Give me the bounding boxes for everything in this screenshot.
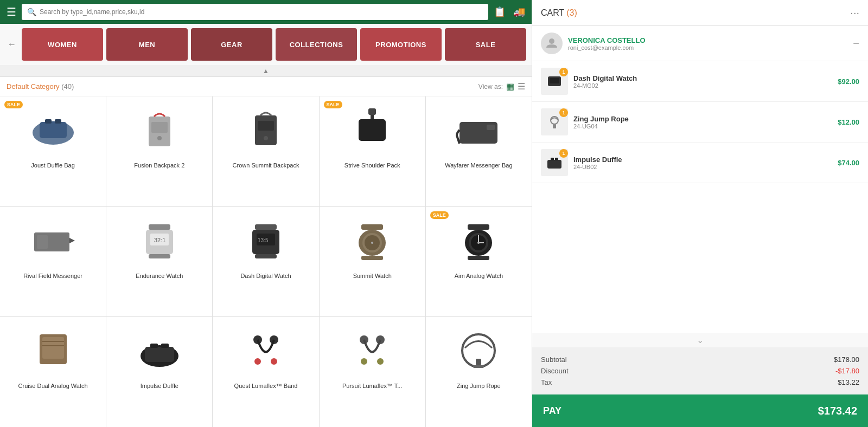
product-card[interactable]: 32:1 Endurance Watch bbox=[106, 207, 212, 317]
tax-value: $13.22 bbox=[838, 378, 859, 386]
cart-options-icon[interactable]: ··· bbox=[850, 7, 859, 19]
svg-rect-32 bbox=[468, 224, 489, 230]
svg-rect-64 bbox=[547, 160, 561, 169]
truck-icon[interactable]: 🚚 bbox=[513, 6, 525, 18]
product-name: Cruise Dual Analog Watch bbox=[18, 382, 88, 390]
svg-rect-10 bbox=[359, 119, 386, 141]
product-name: Quest Lumaflex™ Band bbox=[234, 382, 298, 390]
svg-rect-3 bbox=[55, 119, 61, 124]
product-card[interactable]: Wayfarer Messenger Bag bbox=[426, 96, 532, 206]
item-price: $12.00 bbox=[838, 118, 859, 126]
product-card[interactable]: SALE Joust Duffle Bag bbox=[0, 96, 106, 206]
nav-promotions[interactable]: PROMOTIONS bbox=[360, 28, 442, 61]
svg-rect-47 bbox=[161, 344, 169, 348]
svg-point-51 bbox=[271, 358, 277, 365]
product-card[interactable]: Zing Jump Rope bbox=[426, 317, 532, 427]
svg-rect-2 bbox=[45, 119, 52, 124]
product-image bbox=[132, 103, 187, 157]
product-card[interactable]: SALE Strive Shoulder Pack bbox=[320, 96, 425, 206]
svg-text:13:5: 13:5 bbox=[258, 237, 269, 243]
svg-point-59 bbox=[549, 38, 554, 44]
view-as-label: View as: bbox=[478, 83, 503, 90]
cart-item[interactable]: 1 Zing Jump Rope 24-UG04 $12.00 bbox=[532, 102, 868, 143]
product-card[interactable]: Pursuit Lumaflex™ T... bbox=[320, 317, 425, 427]
cart-item[interactable]: 1 Dash Digital Watch 24-MG02 $92.00 bbox=[532, 61, 868, 102]
svg-rect-5 bbox=[151, 122, 168, 133]
product-image bbox=[26, 324, 80, 378]
grid-view-button[interactable]: ▦ bbox=[506, 81, 514, 92]
tax-row: Tax $13.22 bbox=[541, 377, 859, 388]
category-title: Default Category (40) bbox=[7, 82, 74, 90]
svg-rect-31 bbox=[361, 256, 383, 260]
sale-badge: SALE bbox=[324, 101, 342, 108]
svg-rect-15 bbox=[37, 235, 48, 249]
product-card[interactable]: Summit Watch bbox=[320, 207, 425, 317]
product-card[interactable]: 13:5 Dash Digital Watch bbox=[213, 207, 318, 317]
item-qty-badge: 1 bbox=[559, 108, 568, 117]
product-card[interactable]: Impulse Duffle bbox=[106, 317, 212, 427]
subtotal-row: Subtotal $178.00 bbox=[541, 354, 859, 365]
svg-rect-61 bbox=[550, 78, 559, 83]
view-as: View as: ▦ ☰ bbox=[478, 81, 525, 92]
product-card[interactable]: Cruise Dual Analog Watch bbox=[0, 317, 106, 427]
list-view-button[interactable]: ☰ bbox=[518, 81, 525, 92]
sale-badge: SALE bbox=[430, 211, 449, 219]
discount-label: Discount bbox=[541, 367, 569, 375]
cart-title: CART bbox=[541, 8, 564, 18]
cart-item[interactable]: 1 Impulse Duffle 24-UB02 $74.00 bbox=[532, 143, 868, 183]
scroll-down-icon: ⌄ bbox=[697, 335, 704, 345]
search-icon: 🔍 bbox=[27, 8, 36, 16]
totals-section: Subtotal $178.00 Discount -$17.80 Tax $1… bbox=[532, 347, 868, 394]
pay-button[interactable]: PAY $173.42 bbox=[532, 394, 868, 427]
svg-rect-25 bbox=[255, 254, 277, 258]
sale-badge: SALE bbox=[4, 101, 23, 108]
remove-customer-button[interactable]: − bbox=[853, 37, 859, 50]
nav-sale[interactable]: SALE bbox=[445, 28, 526, 61]
svg-rect-11 bbox=[368, 108, 376, 115]
scroll-indicator[interactable]: ⌄ bbox=[532, 333, 868, 347]
subtotal-label: Subtotal bbox=[541, 355, 567, 364]
svg-point-50 bbox=[254, 358, 261, 365]
item-sku: 24-MG02 bbox=[573, 82, 832, 89]
nav-women[interactable]: WOMEN bbox=[22, 28, 103, 61]
svg-rect-39 bbox=[468, 256, 489, 260]
product-name: Strive Shoulder Pack bbox=[344, 161, 400, 169]
product-image bbox=[132, 324, 187, 378]
product-card[interactable]: SALE Aim Analog Watch bbox=[426, 207, 532, 317]
product-image bbox=[451, 103, 506, 157]
product-name: Wayfarer Messenger Bag bbox=[445, 161, 512, 169]
collapse-icon: ▲ bbox=[263, 67, 269, 75]
product-image bbox=[239, 324, 293, 378]
back-button[interactable]: ← bbox=[5, 37, 18, 51]
product-image bbox=[26, 214, 80, 268]
svg-rect-26 bbox=[361, 224, 383, 230]
nav-gear[interactable]: GEAR bbox=[191, 28, 272, 61]
item-price: $74.00 bbox=[838, 159, 859, 167]
svg-point-30 bbox=[371, 242, 373, 244]
product-image: 13:5 bbox=[239, 214, 293, 268]
svg-rect-65 bbox=[551, 158, 554, 160]
product-card[interactable]: Crown Summit Backpack bbox=[213, 96, 318, 206]
customer-section: VERONICA COSTELLO roni_cost@example.com … bbox=[532, 26, 868, 61]
discount-value: -$17.80 bbox=[835, 367, 859, 375]
product-name: Crown Summit Backpack bbox=[233, 161, 299, 169]
product-card[interactable]: Rival Field Messenger bbox=[0, 207, 106, 317]
product-grid: SALE Joust Duffle Bag Fusion Backpack 2 … bbox=[0, 96, 532, 427]
product-image bbox=[345, 324, 399, 378]
menu-icon[interactable]: ☰ bbox=[7, 5, 16, 18]
product-image bbox=[451, 214, 506, 268]
search-input[interactable] bbox=[40, 8, 483, 16]
discount-row: Discount -$17.80 bbox=[541, 365, 859, 377]
notepad-icon[interactable]: 📋 bbox=[494, 6, 506, 18]
svg-text:32:1: 32:1 bbox=[154, 237, 165, 243]
item-sku: 24-UG04 bbox=[573, 123, 832, 130]
nav-collections[interactable]: COLLECTIONS bbox=[276, 28, 357, 61]
product-card[interactable]: Quest Lumaflex™ Band bbox=[213, 317, 318, 427]
svg-rect-8 bbox=[258, 121, 274, 131]
nav-men[interactable]: MEN bbox=[106, 28, 188, 61]
nav-categories: ← WOMEN MEN GEAR COLLECTIONS PROMOTIONS … bbox=[0, 24, 532, 65]
product-card[interactable]: Fusion Backpack 2 bbox=[106, 96, 212, 206]
collapse-bar[interactable]: ▲ bbox=[0, 65, 532, 77]
item-thumbnail: 1 bbox=[541, 68, 568, 95]
product-name: Pursuit Lumaflex™ T... bbox=[342, 382, 402, 390]
